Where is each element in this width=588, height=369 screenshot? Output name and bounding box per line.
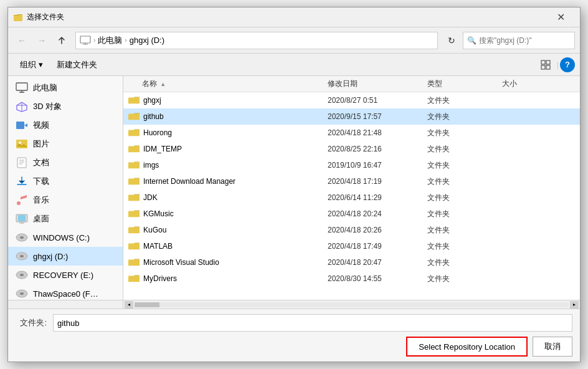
sidebar-item-recovery[interactable]: RECOVERY (E:) — [8, 266, 123, 284]
hscroll-right-arrow[interactable]: ▸ — [570, 301, 579, 309]
table-row[interactable]: KGMusic2020/4/18 20:24文件夹 — [123, 206, 580, 222]
sidebar-item-downloads[interactable]: 下载 — [8, 172, 123, 191]
table-row[interactable]: MyDrivers2020/8/30 14:55文件夹 — [123, 271, 580, 287]
sidebar-item-docs[interactable]: 文档 — [8, 153, 123, 172]
file-date: 2020/4/18 17:19 — [328, 177, 427, 186]
folder-icon — [128, 176, 141, 187]
col-header-type[interactable]: 类型 — [427, 79, 502, 89]
table-row[interactable]: KuGou2020/4/18 20:26文件夹 — [123, 222, 580, 238]
folder-input[interactable] — [53, 314, 572, 332]
downloads-icon — [16, 175, 28, 188]
sidebar-item-pictures[interactable]: 图片 — [8, 135, 123, 153]
svg-rect-7 — [16, 122, 24, 129]
organize-button[interactable]: 组织 ▾ — [13, 56, 50, 74]
sidebar-item-label: RECOVERY (E:) — [33, 271, 93, 280]
search-input[interactable] — [479, 36, 571, 45]
table-row[interactable]: MATLAB2020/4/18 17:49文件夹 — [123, 238, 580, 254]
hscroll-track — [135, 302, 569, 307]
cancel-button[interactable]: 取消 — [533, 337, 572, 357]
refresh-button[interactable]: ↻ — [443, 32, 460, 49]
folder-icon — [128, 273, 141, 284]
help-button[interactable]: ? — [560, 57, 575, 72]
table-row[interactable]: IDM_TEMP2020/8/25 22:16文件夹 — [123, 141, 580, 157]
col-header-size[interactable]: 大小 — [502, 79, 575, 89]
hscroll-thumb[interactable] — [135, 302, 159, 307]
back-button[interactable]: ← — [13, 32, 31, 49]
svg-rect-34 — [128, 243, 140, 249]
search-icon: 🔍 — [467, 36, 477, 45]
file-date: 2020/8/25 22:16 — [328, 145, 427, 153]
pictures-icon — [16, 138, 28, 150]
drive-icon — [16, 231, 28, 244]
sidebar-item-computer[interactable]: 此电脑 — [8, 79, 123, 97]
hscroll-bar: ◂ ▸ — [8, 300, 580, 309]
svg-rect-3 — [546, 60, 550, 64]
up-button[interactable] — [53, 32, 70, 49]
sidebar-item-3d[interactable]: 3D 对象 — [8, 97, 123, 116]
file-name: Internet Download Manager — [143, 177, 328, 186]
svg-rect-29 — [128, 162, 140, 168]
table-row[interactable]: Internet Download Manager2020/4/18 17:19… — [123, 173, 580, 189]
select-repository-button[interactable]: Select Repository Location — [406, 337, 528, 357]
svg-rect-6 — [16, 83, 27, 90]
breadcrumb-computer[interactable]: 此电脑 — [98, 35, 122, 46]
svg-rect-2 — [541, 60, 545, 64]
hscroll-right: ◂ ▸ — [123, 301, 580, 309]
svg-rect-4 — [541, 65, 545, 69]
svg-rect-1 — [80, 36, 90, 43]
file-date: 2019/10/9 16:47 — [328, 161, 427, 170]
file-date: 2020/4/18 17:49 — [328, 242, 427, 251]
close-button[interactable]: ✕ — [546, 7, 575, 27]
table-row[interactable]: imgs2019/10/9 16:47文件夹 — [123, 157, 580, 173]
file-date: 2020/4/18 21:48 — [328, 128, 427, 137]
folder-label: 文件夹: — [16, 317, 47, 328]
file-name: IDM_TEMP — [143, 145, 328, 153]
sidebar-item-video[interactable]: 视频 — [8, 116, 123, 135]
table-row[interactable]: JDK2020/6/14 11:29文件夹 — [123, 189, 580, 206]
file-name: ghgxj — [143, 96, 328, 105]
sidebar-item-music[interactable]: 音乐 — [8, 191, 123, 209]
forward-button[interactable]: → — [33, 32, 50, 49]
sort-arrow: ▲ — [160, 81, 166, 87]
file-name: MATLAB — [143, 242, 328, 251]
svg-point-10 — [19, 141, 21, 144]
col-header-name[interactable]: 名称 ▲ — [128, 79, 328, 89]
table-row[interactable]: github2020/9/15 17:57文件夹 — [123, 108, 580, 125]
file-date: 2020/8/30 14:55 — [328, 274, 427, 283]
svg-rect-0 — [14, 15, 22, 21]
svg-rect-32 — [128, 211, 140, 217]
new-folder-button[interactable]: 新建文件夹 — [50, 56, 104, 74]
folder-icon — [128, 111, 141, 122]
col-header-date[interactable]: 修改日期 — [328, 79, 427, 89]
svg-point-24 — [20, 292, 24, 295]
sidebar-item-thawspace[interactable]: ThawSpace0 (F… — [8, 284, 123, 300]
file-date: 2020/4/18 20:26 — [328, 226, 427, 234]
sidebar-item-label: 文档 — [33, 157, 49, 168]
file-name: KGMusic — [143, 209, 328, 218]
sidebar-item-label: ghgxj (D:) — [33, 252, 68, 261]
sidebar-item-ghgxj[interactable]: ghgxj (D:) — [8, 247, 123, 266]
folder-icon — [128, 95, 141, 106]
file-date: 2020/8/27 0:51 — [328, 96, 427, 105]
docs-icon — [16, 156, 28, 169]
svg-rect-27 — [128, 130, 140, 136]
file-type: 文件夹 — [427, 128, 502, 138]
sidebar-item-windows[interactable]: WINDOWS (C:) — [8, 228, 123, 247]
breadcrumb-sep1: › — [93, 37, 95, 44]
hscroll-sidebar-area — [8, 300, 123, 309]
drive-icon — [16, 287, 28, 300]
drive-icon — [16, 269, 28, 281]
table-row[interactable]: Huorong2020/4/18 21:48文件夹 — [123, 125, 580, 141]
titlebar-icon — [13, 12, 23, 22]
organize-chevron: ▾ — [39, 60, 43, 69]
hscroll-left-arrow[interactable]: ◂ — [125, 301, 133, 309]
file-name: JDK — [143, 193, 328, 202]
svg-rect-35 — [128, 259, 140, 266]
table-row[interactable]: Microsoft Visual Studio2020/4/18 20:47文件… — [123, 254, 580, 271]
sidebar-item-desktop[interactable]: 桌面 — [8, 209, 123, 228]
table-row[interactable]: ghgxj2020/8/27 0:51文件夹 — [123, 92, 580, 108]
view-button[interactable] — [536, 56, 556, 74]
sidebar-item-label: WINDOWS (C:) — [33, 233, 90, 242]
bottom-section: 文件夹: Select Repository Location 取消 — [8, 309, 580, 362]
breadcrumb-drive[interactable]: ghgxj (D:) — [130, 36, 164, 45]
